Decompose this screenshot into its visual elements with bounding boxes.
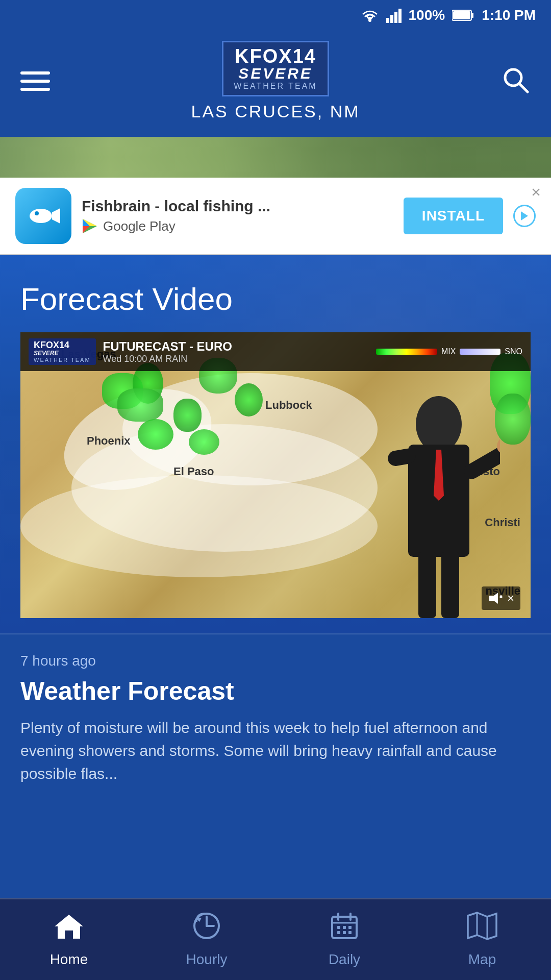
signal-icon [386, 8, 402, 23]
ad-close-button[interactable]: × [531, 183, 541, 202]
news-body: Plenty of moisture will be around this w… [20, 716, 531, 785]
svg-rect-7 [453, 11, 470, 19]
forecast-video-title: Forecast Video [20, 281, 531, 317]
svg-rect-39 [343, 926, 346, 929]
time-display: 1:10 PM [482, 7, 536, 23]
svg-rect-24 [418, 552, 436, 618]
ad-text-container: Fishbrain - local fishing ... Google Pla… [82, 198, 393, 234]
ad-google-play: Google Play [82, 218, 393, 234]
svg-rect-40 [348, 926, 352, 929]
search-button[interactable] [501, 65, 531, 97]
weatherman-figure [378, 383, 500, 618]
svg-rect-43 [348, 931, 352, 934]
video-overlay-bar: KFOX14 SEVERE WEATHER TEAM FUTURECAST - … [20, 332, 531, 371]
svg-rect-6 [471, 13, 473, 18]
svg-point-18 [416, 396, 462, 452]
video-player[interactable]: Las Vegas Phoenix Lubbock El Paso Housto… [20, 332, 531, 618]
menu-button[interactable] [20, 71, 50, 91]
status-icons: 100% 1:10 PM [361, 7, 536, 23]
svg-marker-29 [55, 915, 83, 939]
header: KFOX14 SEVERE WEATHER TEAM LAS CRUCES, N… [0, 31, 551, 137]
status-bar: 100% 1:10 PM [0, 0, 551, 31]
nav-home-label: Home [50, 951, 88, 968]
svg-marker-17 [521, 211, 528, 220]
news-headline: Weather Forecast [20, 676, 531, 706]
wifi-icon [361, 8, 379, 22]
nav-daily-label: Daily [329, 951, 360, 968]
svg-rect-42 [343, 931, 346, 934]
nav-item-hourly[interactable]: Hourly [138, 899, 276, 980]
news-time: 7 hours ago [20, 653, 531, 669]
ad-app-icon [15, 188, 71, 244]
forecast-video-section: Forecast Video Las Vegas Pho [0, 255, 551, 633]
home-icon [54, 912, 84, 946]
svg-rect-25 [441, 552, 459, 618]
ad-google-play-text: Google Play [103, 218, 176, 234]
video-severe-text: SEVERE [34, 350, 91, 357]
ad-title: Fishbrain - local fishing ... [82, 198, 393, 215]
logo-kfox-text: KFOX14 [234, 46, 317, 66]
video-title-text: FUTURECAST - EURO [103, 339, 369, 354]
map-icon [467, 912, 497, 946]
battery-icon [452, 9, 474, 22]
svg-rect-1 [386, 18, 389, 23]
video-subtitle-text: Wed 10:00 AM RAIN [103, 354, 369, 364]
nav-hourly-label: Hourly [186, 951, 228, 968]
map-area [0, 137, 551, 178]
svg-marker-44 [468, 913, 496, 939]
ad-install-button[interactable]: INSTALL [404, 198, 503, 234]
svg-line-9 [519, 84, 528, 92]
logo-severe-text: SEVERE [234, 66, 317, 81]
city-name: LAS CRUCES, NM [191, 102, 360, 121]
video-kfox-text: KFOX14 [34, 340, 91, 350]
svg-marker-26 [489, 593, 498, 604]
battery-text: 100% [409, 7, 445, 23]
svg-rect-2 [390, 15, 393, 23]
video-controls[interactable]: × [482, 586, 520, 610]
bottom-navigation: Home Hourly [0, 898, 551, 980]
mute-button[interactable]: × [482, 586, 520, 610]
video-legend: MIX SNO [376, 347, 522, 356]
hourly-icon [192, 912, 221, 946]
svg-rect-4 [398, 9, 402, 23]
sno-label: SNO [505, 347, 522, 356]
news-info-section: 7 hours ago Weather Forecast Plenty of m… [0, 633, 551, 805]
svg-rect-3 [394, 12, 397, 23]
nav-map-label: Map [468, 951, 496, 968]
nav-item-map[interactable]: Map [413, 899, 551, 980]
daily-icon [330, 912, 359, 946]
nav-item-home[interactable]: Home [0, 899, 138, 980]
svg-point-12 [35, 211, 39, 215]
svg-point-0 [368, 19, 371, 22]
video-map-background: Las Vegas Phoenix Lubbock El Paso Housto… [20, 332, 531, 618]
nav-item-daily[interactable]: Daily [276, 899, 413, 980]
svg-rect-38 [337, 926, 340, 929]
svg-rect-41 [337, 931, 340, 934]
video-logo: KFOX14 SEVERE WEATHER TEAM [29, 338, 96, 365]
ad-play-icon [513, 205, 536, 227]
svg-marker-11 [52, 208, 60, 224]
svg-point-10 [30, 209, 52, 223]
rain-label: MIX [441, 347, 456, 356]
video-title: FUTURECAST - EURO Wed 10:00 AM RAIN [103, 339, 369, 364]
logo-weather-team-text: WEATHER TEAM [234, 81, 317, 91]
app-logo: KFOX14 SEVERE WEATHER TEAM LAS CRUCES, N… [191, 41, 360, 121]
ad-banner: Fishbrain - local fishing ... Google Pla… [0, 178, 551, 255]
